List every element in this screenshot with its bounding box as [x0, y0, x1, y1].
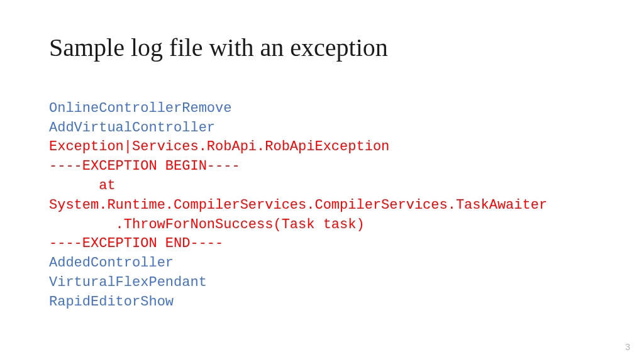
log-line: RapidEditorShow: [49, 294, 174, 310]
log-line: AddedController: [49, 255, 174, 271]
slide: Sample log file with an exception Online…: [0, 0, 644, 312]
log-line: VirturalFlexPendant: [49, 275, 207, 290]
log-line-stack: .ThrowForNonSuccess(Task task): [82, 216, 365, 235]
log-line: OnlineControllerRemove: [49, 101, 231, 116]
slide-title: Sample log file with an exception: [49, 33, 595, 62]
page-number: 3: [625, 342, 630, 352]
log-line-stack: at: [74, 177, 116, 196]
log-line-exception-end: ----EXCEPTION END----: [49, 236, 223, 251]
log-line-exception: Exception|Services.RobApi.RobApiExceptio…: [49, 139, 389, 155]
log-line-stack: System.Runtime.CompilerServices.Compiler…: [49, 197, 547, 213]
log-line: AddVirtualController: [49, 120, 215, 136]
log-block: OnlineControllerRemove AddVirtualControl…: [49, 80, 595, 312]
log-line-exception-begin: ----EXCEPTION BEGIN----: [49, 158, 240, 174]
